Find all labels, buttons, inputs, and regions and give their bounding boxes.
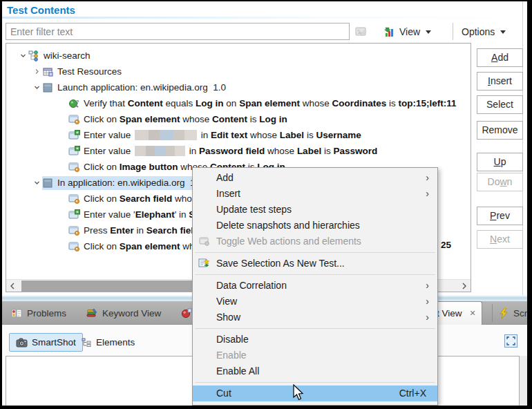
tree-text-segment: whose [180, 114, 213, 124]
menu-item-cut[interactable]: CutCtrl+X [193, 386, 437, 401]
tree-row[interactable]: Click on Span element whose Content is L… [6, 111, 471, 127]
tree-text-segment: Span element [239, 98, 300, 108]
next-button: Next [477, 230, 523, 249]
menu-item-label: Cut [216, 388, 231, 399]
tree-row-label: Click on Search field whose [68, 193, 202, 204]
tree-text-segment: Password [333, 146, 377, 156]
menu-item-view[interactable]: View› [193, 294, 437, 310]
subtab-elements[interactable]: Elements [75, 333, 141, 352]
enter-value-icon [68, 146, 80, 157]
menu-item-label: Enable [216, 350, 247, 361]
context-menu: Add›Insert›Update test stepsDelete snaps… [192, 167, 438, 406]
menu-item-insert[interactable]: Insert› [193, 186, 437, 202]
tree-text-segment: Coordinates [332, 98, 386, 108]
menu-item-copy[interactable]: CopyCtrl+C [193, 401, 437, 406]
scroll-left-icon[interactable] [6, 280, 19, 292]
menu-item-delete-snapshots-and-hierarchies[interactable]: Delete snapshots and hierarchies [193, 218, 437, 234]
menu-item-data-correlation[interactable]: Data Correlation› [193, 278, 437, 294]
application-icon [42, 178, 54, 189]
menu-item-label: Save Selection As New Test... [216, 258, 345, 269]
chevron-down-icon[interactable] [31, 180, 42, 186]
menu-item-label: Data Correlation [216, 280, 287, 291]
enter-value-icon [68, 209, 80, 220]
tree-row-label: Enter value in Edit text whose Label is … [68, 130, 361, 141]
mouse-cursor-icon [291, 384, 306, 402]
edit-snapshot-icon [355, 26, 369, 37]
tree-row[interactable]: Enter value in Edit text whose Label is … [6, 127, 471, 143]
menu-item-label: Toggle Web actions and elements [216, 236, 361, 247]
click-action-icon [68, 193, 80, 204]
options-label: Options [462, 26, 495, 37]
tree-text-segment: Edit text [211, 130, 247, 140]
toolbar-divider [453, 23, 453, 40]
tab-problems[interactable]: Problems [6, 301, 72, 325]
tree-row[interactable]: ?Verify that Content equals Log in on Sp… [6, 95, 471, 111]
menu-item-enable: Enable [193, 348, 437, 363]
tree-text-segment: Content [212, 114, 247, 124]
menu-item-add[interactable]: Add› [193, 170, 437, 186]
menu-item-enable-all[interactable]: Enable All [193, 363, 437, 379]
tree-row[interactable]: Test Resources [6, 64, 471, 79]
insert-button[interactable]: Insert [477, 72, 523, 91]
tree-text-segment: in [134, 225, 146, 236]
menu-item-label: Show [216, 312, 240, 323]
prev-button[interactable]: Prev [477, 207, 523, 225]
menu-item-label: Insert [216, 188, 240, 199]
tree-text-segment: whose [265, 146, 297, 156]
panel-edge-line [522, 1, 523, 295]
test-resources-icon [42, 66, 54, 77]
select-button[interactable]: Select [477, 95, 523, 114]
up-button[interactable]: Up [477, 153, 523, 171]
menu-item-update-test-steps[interactable]: Update test steps [193, 202, 437, 218]
click-action-icon [68, 225, 80, 236]
tree-row-label: Click on Span element whose Content is L… [68, 114, 287, 125]
add-button[interactable]: Add [477, 48, 523, 67]
tree-text-segment: Click on [84, 162, 120, 172]
tree-text-segment: Press [84, 225, 110, 236]
tree-text-segment: wiki-search [44, 50, 91, 61]
chevron-right-icon[interactable] [31, 68, 42, 75]
tree-text-segment: ' in [175, 209, 189, 220]
submenu-arrow-icon: › [426, 278, 429, 294]
title-underline [2, 17, 527, 19]
close-icon[interactable]: ✕ [470, 309, 476, 318]
tab-label: Scri [513, 308, 529, 318]
down-button: Down [477, 173, 523, 191]
application-icon [42, 82, 54, 93]
subtab-label: SmartShot [32, 337, 76, 348]
remove-button[interactable]: Remove [477, 121, 523, 140]
menu-item-save-selection-as-new-test[interactable]: Save Selection As New Test... [193, 256, 437, 272]
right-gutter [520, 356, 527, 406]
tree-row-label: Enter value in Password field whose Labe… [68, 146, 377, 157]
filter-input[interactable] [6, 23, 350, 40]
subtab-smartshot[interactable]: SmartShot [9, 333, 83, 352]
tree-row[interactable]: Enter value in Password field whose Labe… [6, 143, 471, 159]
redacted-value [135, 130, 197, 140]
menu-item-label: View [216, 296, 237, 307]
tree-text-segment: equals [163, 98, 196, 108]
tree-text-segment: Username [316, 130, 361, 140]
view-label: View [399, 26, 420, 37]
save-selection-icon [198, 258, 211, 269]
menu-item-label: Copy [216, 403, 239, 406]
view-menu-button[interactable]: View [384, 23, 431, 41]
menu-item-disable[interactable]: Disable [193, 332, 437, 348]
enter-value-icon [68, 130, 80, 141]
tree-text-segment: is [386, 98, 398, 108]
tree-row[interactable]: Launch application: en.wikipedia.org 1.0 [6, 79, 471, 95]
chevron-down-icon[interactable] [31, 84, 42, 91]
uitest-log-icon [181, 308, 192, 318]
tree-text-segment: is [321, 146, 333, 156]
scroll-right-icon[interactable] [458, 280, 471, 292]
tree-row[interactable]: wiki-search [6, 48, 471, 64]
menu-item-label: Enable All [216, 365, 259, 377]
tab-keyword-view[interactable]: Keyword View [80, 301, 167, 325]
tree-row-label: Enter value 'Elephant' in Se [68, 209, 200, 220]
tab-scri[interactable]: Scri [493, 301, 532, 325]
tree-text-segment: whose [247, 130, 280, 140]
menu-item-show[interactable]: Show› [193, 310, 437, 325]
menu-separator [195, 252, 435, 253]
options-menu-button[interactable]: Options [462, 23, 506, 41]
chevron-down-icon[interactable] [17, 53, 28, 59]
maximize-icon[interactable] [504, 334, 517, 348]
